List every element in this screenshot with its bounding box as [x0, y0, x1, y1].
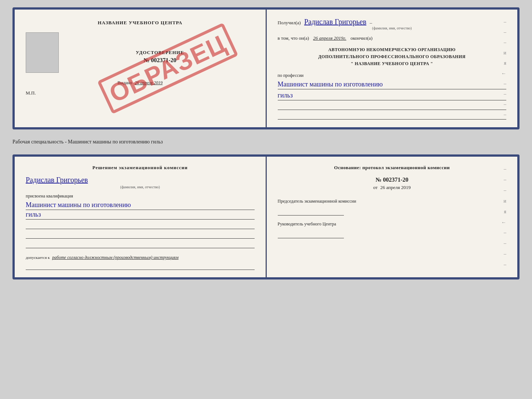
top-right-panel: Получил(а) Радислав Григорьев – (фамилия… [267, 10, 518, 127]
bottom-document-card: Решением экзаменационной комиссии Радисл… [12, 154, 520, 279]
qualification-line1: Машинист машины по изготовлению [26, 200, 255, 210]
mp-label: М.П. [26, 90, 255, 96]
chairman-block: Председатель экзаменационной комиссии [278, 198, 507, 215]
cert-number: № 002371-20 [65, 57, 255, 64]
right-dashes: – – – и я ← – – – – [495, 10, 506, 127]
komissia-title: Решением экзаменационной комиссии [26, 165, 255, 171]
date-line: в том, что он(а) 26 апреля 2019г. окончи… [278, 35, 507, 41]
bottom-person-name: Радислав Григорьев [26, 176, 255, 184]
bottom-underline-1 [26, 222, 255, 229]
profession-value-line2: гильз [278, 91, 507, 100]
issued-date: 26 апреля 2019 [135, 80, 163, 85]
date-prefix: в том, что он(а) [278, 35, 309, 41]
issued-label: Выдано [118, 80, 132, 85]
allowed-text: допускается к работе согласно должностны… [26, 255, 255, 260]
director-label: Руководитель учебного Центра [278, 221, 507, 227]
recipient-line: Получил(а) Радислав Григорьев – (фамилия… [278, 18, 507, 30]
protocol-date: от 26 апреля 2019 [278, 185, 507, 190]
chairman-sig-line [278, 206, 344, 215]
chairman-label: Председатель экзаменационной комиссии [278, 198, 507, 204]
top-left-panel: НАЗВАНИЕ УЧЕБНОГО ЦЕНТРА УДОСТОВЕРЕНИЕ №… [15, 10, 267, 127]
bottom-left-panel: Решением экзаменационной комиссии Радисл… [15, 157, 267, 277]
org-line2: ДОПОЛНИТЕЛЬНОГО ПРОФЕССИОНАЛЬНОГО ОБРАЗО… [278, 53, 507, 60]
issued-line: Выдано 26 апреля 2019 [26, 80, 255, 86]
recipient-name: Радислав Григорьев [304, 18, 366, 26]
osnov-title: Основание: протокол экзаменационной коми… [278, 165, 507, 171]
date-suffix: окончил(а) [351, 35, 373, 41]
allowed-value: работе согласно должностным (производств… [52, 255, 179, 260]
director-sig-line [278, 229, 344, 238]
fio-hint: (фамилия, имя, отчество) [278, 26, 507, 30]
photo-placeholder [26, 32, 59, 73]
assigned-label: присвоена квалификация [26, 193, 255, 199]
bottom-underline-3 [26, 241, 255, 248]
profession-value-line1: Машинист машины по изготовлению [278, 80, 507, 89]
recipient-prefix: Получил(а) [278, 20, 301, 25]
cert-title: УДОСТОВЕРЕНИЕ [65, 50, 255, 56]
bottom-fio-hint: (фамилия, имя, отчество) [26, 185, 255, 189]
top-left-title: НАЗВАНИЕ УЧЕБНОГО ЦЕНТРА [26, 20, 255, 26]
page-wrapper: НАЗВАНИЕ УЧЕБНОГО ЦЕНТРА УДОСТОВЕРЕНИЕ №… [12, 7, 520, 279]
underline-row-1 [278, 103, 507, 110]
bottom-underline-4 [26, 263, 255, 270]
org-line3: " НАЗВАНИЕ УЧЕБНОГО ЦЕНТРА " [278, 60, 507, 67]
bottom-underline-2 [26, 231, 255, 239]
protocol-date-prefix: от [373, 185, 378, 190]
bottom-right-dashes: – – – и я ← – – – – [495, 157, 506, 277]
working-specialty-label: Рабочая специальность - Машинист машины … [12, 136, 520, 148]
underline-row-2 [278, 112, 507, 120]
org-line1: АВТОНОМНУЮ НЕКОММЕРЧЕСКУЮ ОРГАНИЗАЦИЮ [278, 46, 507, 53]
top-document-card: НАЗВАНИЕ УЧЕБНОГО ЦЕНТРА УДОСТОВЕРЕНИЕ №… [12, 7, 520, 129]
director-block: Руководитель учебного Центра [278, 221, 507, 238]
profession-label: по профессии [278, 73, 507, 78]
date-value: 26 апреля 2019г. [313, 35, 346, 41]
bottom-right-panel: Основание: протокол экзаменационной коми… [267, 157, 518, 277]
qualification-line2: гильз [26, 210, 255, 220]
protocol-number: № 002371-20 [278, 177, 507, 183]
org-text: АВТОНОМНУЮ НЕКОММЕРЧЕСКУЮ ОРГАНИЗАЦИЮ ДО… [278, 46, 507, 68]
dash-separator: – [370, 20, 372, 25]
protocol-date-value: 26 апреля 2019 [380, 185, 411, 190]
allowed-label: допускается к [26, 255, 50, 260]
